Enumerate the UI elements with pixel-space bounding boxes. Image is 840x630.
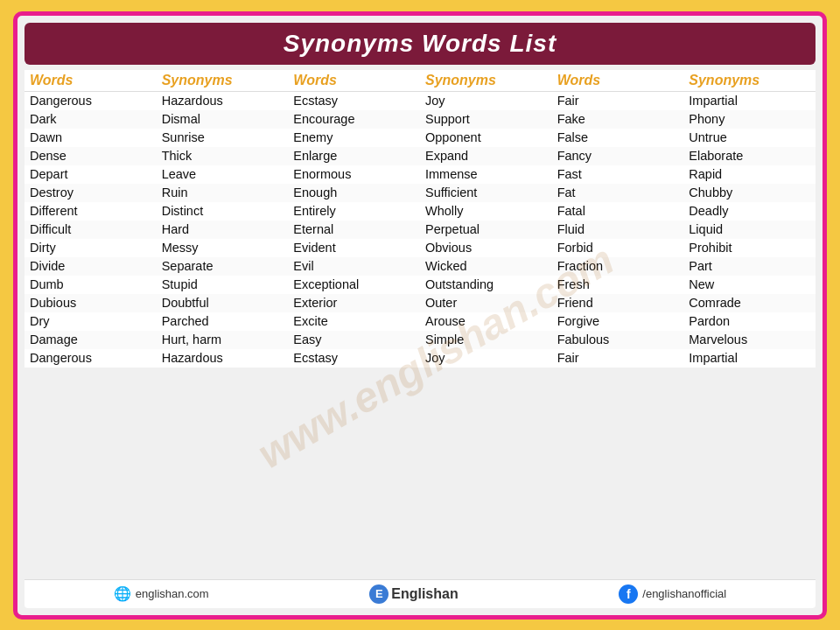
cell-r11-c5: Comrade <box>683 294 816 312</box>
cell-r5-c5: Chubby <box>683 184 816 202</box>
cell-r12-c2: Excite <box>288 312 420 331</box>
cell-r2-c2: Enemy <box>288 129 420 147</box>
cell-r9-c4: Fraction <box>552 257 684 276</box>
cell-r12-c4: Forgive <box>552 312 684 331</box>
table-row: DepartLeaveEnormousImmenseFastRapid <box>24 165 816 184</box>
cell-r14-c3: Joy <box>420 349 552 368</box>
column-header-6: Synonyms <box>683 70 816 92</box>
cell-r3-c2: Enlarge <box>288 147 420 165</box>
table-header-row: WordsSynonymsWordsSynonymsWordsSynonyms <box>24 70 816 92</box>
cell-r13-c3: Simple <box>420 331 552 349</box>
cell-r9-c1: Separate <box>157 257 289 276</box>
cell-r4-c4: Fast <box>552 165 684 184</box>
cell-r0-c2: Ecstasy <box>288 91 420 110</box>
cell-r1-c3: Support <box>420 110 552 129</box>
cell-r14-c2: Ecstasy <box>288 349 420 368</box>
cell-r13-c5: Marvelous <box>683 331 816 349</box>
cell-r14-c0: Dangerous <box>24 349 157 368</box>
column-header-3: Words <box>288 70 420 92</box>
cell-r4-c0: Depart <box>24 165 157 184</box>
cell-r6-c4: Fatal <box>552 202 684 220</box>
cell-r6-c0: Different <box>24 202 157 220</box>
cell-r10-c4: Fresh <box>552 276 684 294</box>
cell-r12-c5: Pardon <box>683 312 816 331</box>
footer-logo: E Englishan <box>369 584 458 604</box>
cell-r11-c0: Dubious <box>24 294 157 312</box>
synonyms-table: WordsSynonymsWordsSynonymsWordsSynonyms … <box>24 70 816 368</box>
cell-r8-c5: Prohibit <box>683 239 816 257</box>
table-row: DestroyRuinEnoughSufficientFatChubby <box>24 184 816 202</box>
cell-r12-c3: Arouse <box>420 312 552 331</box>
table-row: DifferentDistinctEntirelyWhollyFatalDead… <box>24 202 816 220</box>
column-header-1: Words <box>24 70 157 92</box>
cell-r13-c4: Fabulous <box>552 331 684 349</box>
cell-r14-c5: Impartial <box>683 349 816 368</box>
cell-r10-c1: Stupid <box>157 276 289 294</box>
cell-r11-c1: Doubtful <box>157 294 289 312</box>
column-header-2: Synonyms <box>157 70 289 92</box>
table-row: DangerousHazardousEcstasyJoyFairImpartia… <box>24 349 816 368</box>
cell-r3-c0: Dense <box>24 147 157 165</box>
table-row: DryParchedExciteArouseForgivePardon <box>24 312 816 331</box>
table-body: DangerousHazardousEcstasyJoyFairImpartia… <box>24 91 816 368</box>
cell-r2-c0: Dawn <box>24 129 157 147</box>
cell-r12-c1: Parched <box>157 312 289 331</box>
cell-r0-c1: Hazardous <box>157 91 289 110</box>
cell-r6-c3: Wholly <box>420 202 552 220</box>
cell-r6-c2: Entirely <box>288 202 420 220</box>
cell-r13-c0: Damage <box>24 331 157 349</box>
column-header-5: Words <box>552 70 684 92</box>
cell-r4-c3: Immense <box>420 165 552 184</box>
cell-r11-c4: Friend <box>552 294 684 312</box>
cell-r10-c0: Dumb <box>24 276 157 294</box>
cell-r10-c2: Exceptional <box>288 276 420 294</box>
cell-r10-c5: New <box>683 276 816 294</box>
cell-r7-c4: Fluid <box>552 220 684 239</box>
cell-r8-c2: Evident <box>288 239 420 257</box>
facebook-icon: f <box>619 584 638 604</box>
cell-r9-c0: Divide <box>24 257 157 276</box>
column-header-4: Synonyms <box>420 70 552 92</box>
table-row: DumbStupidExceptionalOutstandingFreshNew <box>24 276 816 294</box>
cell-r1-c0: Dark <box>24 110 157 129</box>
table-row: DamageHurt, harmEasySimpleFabulousMarvel… <box>24 331 816 349</box>
cell-r1-c2: Encourage <box>288 110 420 129</box>
cell-r5-c1: Ruin <box>157 184 289 202</box>
cell-r2-c5: Untrue <box>683 129 816 147</box>
cell-r7-c2: Eternal <box>288 220 420 239</box>
cell-r8-c1: Messy <box>157 239 289 257</box>
cell-r3-c4: Fancy <box>552 147 684 165</box>
footer: 🌐 englishan.com E Englishan f /englishan… <box>24 579 816 608</box>
table-row: DawnSunriseEnemyOpponentFalseUntrue <box>24 129 816 147</box>
main-container: Synonyms Words List www.englishan.com Wo… <box>13 11 827 620</box>
cell-r0-c4: Fair <box>552 91 684 110</box>
cell-r0-c0: Dangerous <box>24 91 157 110</box>
cell-r9-c2: Evil <box>288 257 420 276</box>
cell-r11-c2: Exterior <box>288 294 420 312</box>
englishan-logo-icon: E <box>369 584 388 604</box>
logo-letter: E <box>375 587 383 600</box>
table-row: DarkDismalEncourageSupportFakePhony <box>24 110 816 129</box>
cell-r8-c3: Obvious <box>420 239 552 257</box>
cell-r4-c5: Rapid <box>683 165 816 184</box>
cell-r7-c5: Liquid <box>683 220 816 239</box>
logo-text: Englishan <box>391 586 458 602</box>
table-row: DirtyMessyEvidentObviousForbidProhibit <box>24 239 816 257</box>
cell-r7-c1: Hard <box>157 220 289 239</box>
cell-r2-c4: False <box>552 129 684 147</box>
footer-social-text: /englishanofficial <box>642 587 726 600</box>
footer-website: 🌐 englishan.com <box>114 585 209 602</box>
footer-website-text: englishan.com <box>136 587 209 600</box>
cell-r13-c1: Hurt, harm <box>157 331 289 349</box>
cell-r0-c3: Joy <box>420 91 552 110</box>
cell-r2-c3: Opponent <box>420 129 552 147</box>
table-row: DangerousHazardousEcstasyJoyFairImpartia… <box>24 91 816 110</box>
table-wrapper: www.englishan.com WordsSynonymsWordsSyno… <box>24 70 816 574</box>
cell-r2-c1: Sunrise <box>157 129 289 147</box>
cell-r3-c3: Expand <box>420 147 552 165</box>
cell-r14-c4: Fair <box>552 349 684 368</box>
title-bar: Synonyms Words List <box>24 23 816 65</box>
cell-r7-c0: Difficult <box>24 220 157 239</box>
cell-r13-c2: Easy <box>288 331 420 349</box>
globe-icon: 🌐 <box>114 585 131 602</box>
